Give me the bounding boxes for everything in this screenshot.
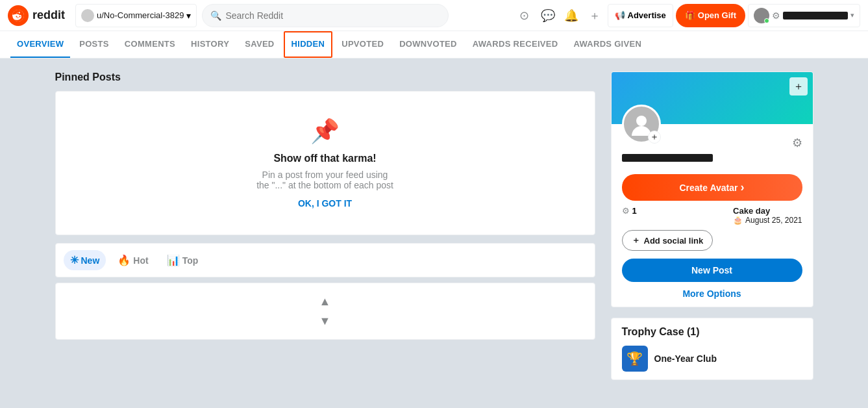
profile-card-body: ⚙ Create Avatar › ⚙ 1 Cake day 🎂 <box>612 144 813 307</box>
add-social-link-button[interactable]: ＋ Add social link <box>622 230 713 251</box>
profile-avatar <box>754 8 769 23</box>
tab-overview[interactable]: OVERVIEW <box>10 31 70 58</box>
trophy-icon: 🏆 <box>622 346 648 372</box>
sort-new-label: New <box>81 255 100 266</box>
add-avatar-button[interactable]: ＋ <box>648 131 661 144</box>
cake-day-info: Cake day 🎂 August 25, 2021 <box>733 206 802 225</box>
tab-downvoted[interactable]: DOWNVOTED <box>393 31 464 58</box>
sort-hot-button[interactable]: 🔥 Hot <box>111 250 155 270</box>
trophy-case-card: Trophy Case (1) 🏆 One-Year Club <box>611 318 813 380</box>
pinned-card-heading: Show off that karma! <box>69 153 582 164</box>
open-gift-label: Open Gift <box>698 10 736 20</box>
nav-icons-group: ⊙ 💬 🔔 ＋ 📢 Advertise 🎁 Open Gift ⚙ ▾ <box>514 4 860 27</box>
pin-icon: 📌 <box>69 118 582 145</box>
profile-chevron-icon: ▾ <box>850 11 854 19</box>
user-dropdown-avatar <box>81 9 94 22</box>
advertise-label: Advertise <box>628 10 666 20</box>
user-dropdown[interactable]: u/No-Commercial-3829 ▾ <box>75 4 197 27</box>
gift-icon: 🎁 <box>685 10 695 20</box>
notification-icon-btn[interactable]: 🔔 <box>561 5 582 26</box>
tab-hidden[interactable]: HIDDEN <box>284 31 333 58</box>
cake-date: August 25, 2021 <box>745 216 802 225</box>
profile-tabs-nav: OVERVIEW POSTS COMMENTS HISTORY SAVED HI… <box>0 31 868 58</box>
cake-icon: 🎂 <box>733 216 743 225</box>
tab-awards-received[interactable]: AWARDS RECEIVED <box>466 31 565 58</box>
create-avatar-button[interactable]: Create Avatar › <box>622 174 802 201</box>
sort-hot-label: Hot <box>133 255 148 266</box>
add-social-label: Add social link <box>644 236 704 246</box>
trophy-item: 🏆 One-Year Club <box>622 346 802 372</box>
add-banner-button[interactable]: ＋ <box>789 77 808 96</box>
top-icon: 📊 <box>167 254 180 266</box>
open-gift-button[interactable]: 🎁 Open Gift <box>676 4 745 27</box>
chat-icon-btn[interactable]: 💬 <box>538 5 558 26</box>
pinned-card-body: Pin a post from your feed usingthe "..."… <box>69 170 582 190</box>
vote-arrows: ▲ ▼ <box>66 294 584 329</box>
profile-name-redacted <box>783 12 848 19</box>
tab-comments[interactable]: COMMENTS <box>118 31 182 58</box>
online-dot <box>764 18 769 23</box>
logo-area[interactable]: reddit <box>8 5 65 26</box>
flame-icon: 🔥 <box>118 254 130 266</box>
more-options-link[interactable]: More Options <box>622 288 802 299</box>
sort-top-button[interactable]: 📊 Top <box>160 250 205 270</box>
search-icon: 🔍 <box>210 10 221 21</box>
main-layout: Pinned Posts 📌 Show off that karma! Pin … <box>45 71 824 380</box>
new-post-button[interactable]: New Post <box>622 259 802 282</box>
left-column: Pinned Posts 📌 Show off that karma! Pin … <box>55 71 595 380</box>
cake-day-label: Cake day <box>733 206 802 216</box>
tab-history[interactable]: HISTORY <box>184 31 236 58</box>
right-column: ＋ ＋ ⚙ Create Avatar › <box>611 71 813 380</box>
pinned-posts-card: 📌 Show off that karma! Pin a post from y… <box>55 91 595 235</box>
svg-point-1 <box>636 116 647 126</box>
plus-icon: ＋ <box>632 235 640 246</box>
ok-got-it-link[interactable]: OK, I GOT IT <box>298 198 352 209</box>
profile-username-redacted <box>622 154 713 162</box>
karma-icon: ⚙ <box>622 206 630 216</box>
snowflake-icon: ✳ <box>70 254 79 266</box>
reddit-wordmark: reddit <box>32 8 65 22</box>
tab-posts[interactable]: POSTS <box>73 31 116 58</box>
tab-saved[interactable]: SAVED <box>238 31 280 58</box>
trophy-name: One-Year Club <box>654 353 717 364</box>
dropdown-chevron-icon: ▾ <box>186 10 191 21</box>
tab-upvoted[interactable]: UPVOTED <box>335 31 390 58</box>
create-avatar-label: Create Avatar <box>679 183 738 193</box>
advertise-button[interactable]: 📢 Advertise <box>608 4 673 27</box>
trophy-section-title: Trophy Case (1) <box>622 326 802 338</box>
posts-list: ▲ ▼ <box>55 283 595 340</box>
gear-settings-icon: ⚙ <box>772 10 780 21</box>
user-dropdown-name: u/No-Commercial-3829 <box>97 10 184 20</box>
profile-gear-button[interactable]: ⚙ <box>792 136 802 150</box>
karma-value-redacted: 1 <box>632 206 637 216</box>
profile-card: ＋ ＋ ⚙ Create Avatar › <box>611 71 813 307</box>
add-icon-btn[interactable]: ＋ <box>584 5 605 26</box>
pinned-posts-title: Pinned Posts <box>55 71 595 83</box>
profile-avatar-area: ＋ <box>622 105 661 144</box>
profile-dropdown[interactable]: ⚙ ▾ <box>748 4 860 27</box>
sort-top-label: Top <box>182 255 199 266</box>
chevron-right-icon: › <box>741 181 745 194</box>
upvote-button[interactable]: ▲ <box>317 294 333 309</box>
tab-awards-given[interactable]: AWARDS GIVEN <box>567 31 648 58</box>
sort-bar: ✳ New 🔥 Hot 📊 Top <box>55 243 595 277</box>
karma-item: ⚙ 1 <box>622 206 637 216</box>
top-navbar: reddit u/No-Commercial-3829 ▾ 🔍 ⊙ 💬 🔔 ＋ … <box>0 0 868 31</box>
search-input[interactable] <box>225 10 440 21</box>
reddit-logo-icon <box>8 5 29 26</box>
sort-new-button[interactable]: ✳ New <box>64 250 106 270</box>
downvote-button[interactable]: ▼ <box>317 313 333 329</box>
megaphone-icon: 📢 <box>615 10 625 20</box>
post-icon-btn[interactable]: ⊙ <box>514 5 535 26</box>
karma-cake-row: ⚙ 1 Cake day 🎂 August 25, 2021 <box>622 206 802 225</box>
search-bar[interactable]: 🔍 <box>202 4 449 27</box>
